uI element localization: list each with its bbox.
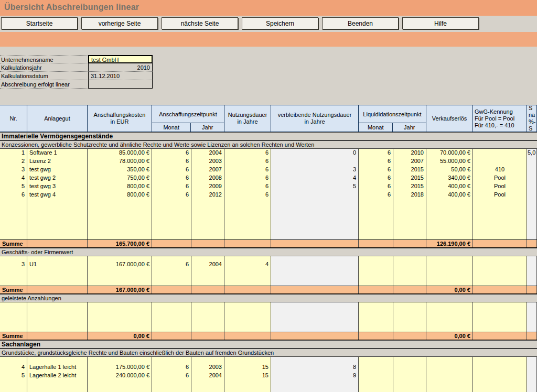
cell-anlagegut[interactable]: U1 bbox=[27, 260, 88, 269]
cell-kosten[interactable]: 800,00 € bbox=[88, 182, 152, 191]
cell-kosten[interactable]: 750,00 € bbox=[88, 174, 152, 182]
cell-monat2[interactable]: 6 bbox=[359, 182, 393, 191]
cell-monat2[interactable]: 6 bbox=[359, 166, 393, 174]
cell-verbleibend[interactable] bbox=[271, 191, 359, 199]
cell-verbleibend[interactable]: 3 bbox=[271, 166, 359, 174]
toolbar-button-beenden[interactable]: Beenden bbox=[322, 17, 399, 29]
cell-jahr2[interactable]: 2015 bbox=[393, 182, 426, 191]
cell-verkauf[interactable]: 70.000,00 € bbox=[426, 149, 473, 157]
cell-nutzung[interactable]: 6 bbox=[224, 182, 271, 191]
cell-gwg[interactable] bbox=[473, 149, 527, 157]
form-field-value[interactable]: 2010 bbox=[88, 63, 153, 72]
cell-nutzung[interactable]: 6 bbox=[224, 174, 271, 182]
cell-monat2[interactable] bbox=[359, 372, 393, 380]
cell-verkauf[interactable]: 400,00 € bbox=[426, 182, 473, 191]
cell-verkauf[interactable] bbox=[426, 363, 473, 372]
cell-nutzung[interactable]: 6 bbox=[224, 157, 271, 166]
cell-anlagegut[interactable]: Lagerhalle 1 leicht bbox=[27, 363, 88, 372]
form-field-value[interactable]: test GmbH bbox=[88, 55, 153, 63]
cell-anlagegut[interactable]: test gwg bbox=[27, 166, 88, 174]
cell-nr[interactable]: 5 bbox=[0, 372, 27, 380]
cell-verbleibend[interactable]: 9 bbox=[271, 372, 359, 380]
cell-verbleibend[interactable] bbox=[271, 157, 359, 166]
cell-monat2[interactable] bbox=[359, 363, 393, 372]
cell-jahr1[interactable]: 2004 bbox=[191, 149, 224, 157]
cell-monat2[interactable] bbox=[359, 260, 393, 269]
cell-jahr1[interactable]: 2004 bbox=[191, 372, 224, 380]
cell-jahr2[interactable] bbox=[393, 363, 426, 372]
cell-verkauf[interactable]: 50,00 € bbox=[426, 166, 473, 174]
cell-verbleibend[interactable]: 4 bbox=[271, 174, 359, 182]
cell-kosten[interactable]: 350,00 € bbox=[88, 166, 152, 174]
cell-kosten[interactable]: 167.000,00 € bbox=[88, 260, 152, 269]
cell-verkauf[interactable]: 340,00 € bbox=[426, 174, 473, 182]
cell-nutzung[interactable]: 6 bbox=[224, 149, 271, 157]
cell-gwg[interactable]: 410 bbox=[473, 166, 527, 174]
cell-monat2[interactable]: 6 bbox=[359, 149, 393, 157]
cell-jahr2[interactable]: 2018 bbox=[393, 191, 426, 199]
cell-kosten[interactable]: 85.000,00 € bbox=[88, 149, 152, 157]
cell-extra[interactable] bbox=[527, 191, 537, 199]
cell-extra[interactable] bbox=[527, 260, 537, 269]
cell-verkauf[interactable] bbox=[426, 260, 473, 269]
cell-gwg[interactable] bbox=[473, 372, 527, 380]
cell-nr[interactable]: 2 bbox=[0, 157, 27, 166]
form-field-value[interactable] bbox=[88, 80, 153, 89]
cell-anlagegut[interactable]: test gwg 2 bbox=[27, 174, 88, 182]
cell-verbleibend[interactable] bbox=[271, 260, 359, 269]
cell-jahr1[interactable]: 2003 bbox=[191, 363, 224, 372]
toolbar-button-n-chste-seite[interactable]: nächste Seite bbox=[162, 17, 238, 29]
cell-verkauf[interactable]: 400,00 € bbox=[426, 191, 473, 199]
form-field-value[interactable]: 31.12.2010 bbox=[88, 72, 153, 80]
cell-jahr2[interactable]: 2015 bbox=[393, 166, 426, 174]
cell-nr[interactable]: 3 bbox=[0, 260, 27, 269]
cell-nutzung[interactable]: 6 bbox=[224, 166, 271, 174]
cell-gwg[interactable]: Pool bbox=[473, 191, 527, 199]
cell-nr[interactable]: 4 bbox=[0, 363, 27, 372]
cell-monat2[interactable]: 6 bbox=[359, 191, 393, 199]
cell-monat2[interactable]: 6 bbox=[359, 157, 393, 166]
cell-verbleibend[interactable]: 5 bbox=[271, 182, 359, 191]
toolbar-button-speichern[interactable]: Speichern bbox=[242, 17, 318, 29]
cell-extra[interactable] bbox=[527, 372, 537, 380]
cell-extra[interactable] bbox=[527, 157, 537, 166]
cell-jahr2[interactable] bbox=[393, 260, 426, 269]
cell-nutzung[interactable]: 6 bbox=[224, 191, 271, 199]
toolbar-button-startseite[interactable]: Startseite bbox=[1, 17, 78, 29]
cell-monat1[interactable]: 6 bbox=[152, 260, 191, 269]
cell-verkauf[interactable] bbox=[426, 372, 473, 380]
cell-gwg[interactable] bbox=[473, 260, 527, 269]
cell-nr[interactable]: 1 bbox=[0, 149, 27, 157]
cell-gwg[interactable]: Pool bbox=[473, 182, 527, 191]
cell-kosten[interactable]: 78.000,00 € bbox=[88, 157, 152, 166]
cell-verkauf[interactable]: 55.000,00 € bbox=[426, 157, 473, 166]
cell-jahr2[interactable]: 2007 bbox=[393, 157, 426, 166]
cell-jahr1[interactable]: 2003 bbox=[191, 157, 224, 166]
cell-gwg[interactable] bbox=[473, 157, 527, 166]
cell-monat1[interactable]: 6 bbox=[152, 174, 191, 182]
cell-nr[interactable]: 6 bbox=[0, 191, 27, 199]
cell-nutzung[interactable]: 15 bbox=[224, 372, 271, 380]
cell-monat1[interactable]: 6 bbox=[152, 191, 191, 199]
cell-extra[interactable] bbox=[527, 174, 537, 182]
cell-extra[interactable] bbox=[527, 182, 537, 191]
toolbar-button-vorherige-seite[interactable]: vorherige Seite bbox=[81, 17, 158, 29]
cell-nutzung[interactable]: 15 bbox=[224, 363, 271, 372]
cell-anlagegut[interactable]: test gwg 4 bbox=[27, 191, 88, 199]
cell-jahr1[interactable]: 2009 bbox=[191, 182, 224, 191]
cell-extra[interactable] bbox=[527, 166, 537, 174]
cell-kosten[interactable]: 175.000,00 € bbox=[88, 363, 152, 372]
toolbar-button-hilfe[interactable]: Hilfe bbox=[402, 17, 479, 29]
cell-monat1[interactable]: 6 bbox=[152, 149, 191, 157]
cell-jahr2[interactable] bbox=[393, 372, 426, 380]
cell-kosten[interactable]: 240.000,00 € bbox=[88, 372, 152, 380]
cell-monat1[interactable]: 6 bbox=[152, 166, 191, 174]
cell-extra[interactable]: 5,0 bbox=[527, 149, 537, 157]
cell-verbleibend[interactable]: 0 bbox=[271, 149, 359, 157]
cell-kosten[interactable]: 800,00 € bbox=[88, 191, 152, 199]
cell-nr[interactable]: 3 bbox=[0, 166, 27, 174]
cell-gwg[interactable] bbox=[473, 363, 527, 372]
cell-monat1[interactable]: 6 bbox=[152, 372, 191, 380]
cell-monat1[interactable]: 6 bbox=[152, 182, 191, 191]
cell-anlagegut[interactable]: Software 1 bbox=[27, 149, 88, 157]
